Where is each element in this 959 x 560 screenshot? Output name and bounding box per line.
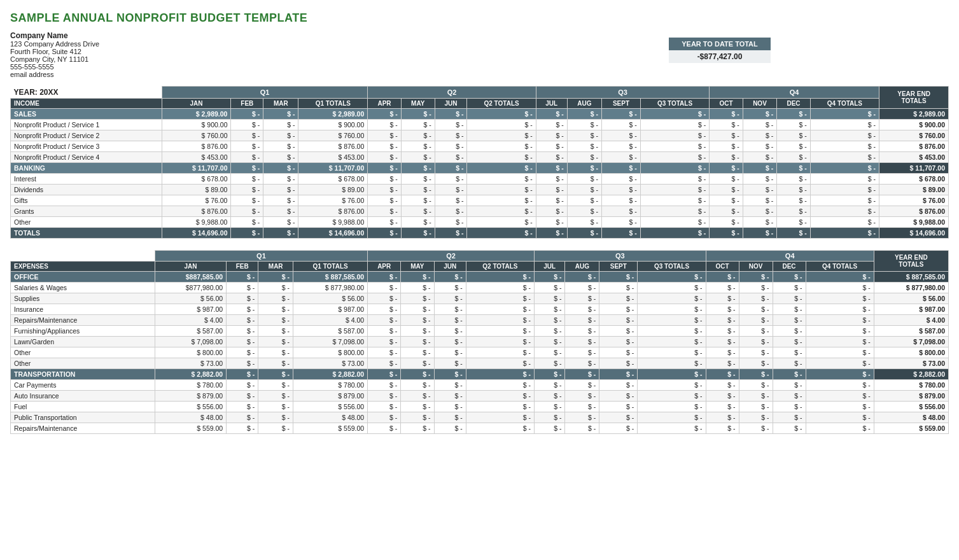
row-cell: $ -: [534, 423, 564, 433]
row-cell: $ -: [466, 314, 534, 325]
row-cell: $ -: [567, 227, 601, 238]
company-email: email address: [10, 71, 99, 78]
row-cell: $ 453.00: [298, 151, 368, 162]
row-cell: $ -: [434, 347, 466, 358]
row-cell: $ -: [466, 325, 534, 336]
row-cell: $ 11,707.00: [298, 162, 368, 173]
row-cell: $ -: [434, 336, 466, 347]
aug-header: AUG: [567, 98, 601, 108]
row-cell: $ -: [368, 119, 402, 130]
row-cell: $ -: [565, 271, 599, 282]
row-cell: $ -: [435, 184, 467, 195]
row-cell: $ -: [773, 412, 806, 423]
row-label: Supplies: [11, 293, 155, 304]
row-cell: $ -: [368, 216, 402, 227]
row-cell: $ -: [777, 206, 811, 216]
row-cell: $ -: [777, 119, 811, 130]
row-cell: $ -: [739, 271, 773, 282]
table-row: Public Transportation$ 48.00$ -$ -$ 48.0…: [11, 412, 949, 423]
year-end-cell: $ 73.00: [874, 358, 948, 368]
row-cell: $ 11,707.00: [162, 162, 231, 173]
table-row: Nonprofit Product / Service 1$ 900.00$ -…: [11, 119, 949, 130]
row-cell: $ -: [599, 423, 638, 433]
year-label: YEAR: 20XX: [11, 87, 162, 99]
row-cell: $ -: [466, 336, 534, 347]
table-row: Furnishing/Appliances$ 587.00$ -$ -$ 587…: [11, 325, 949, 336]
row-cell: $ -: [739, 336, 773, 347]
row-cell: $ -: [640, 184, 709, 195]
row-cell: $ -: [536, 227, 567, 238]
row-cell: $ -: [368, 412, 401, 423]
row-cell: $ -: [258, 423, 293, 433]
page-container: SAMPLE ANNUAL NONPROFIT BUDGET TEMPLATE …: [10, 11, 949, 434]
row-cell: $ 2,882.00: [293, 368, 368, 379]
q2-header: Q2: [368, 87, 536, 99]
row-cell: $ -: [710, 141, 743, 151]
row-cell: $ -: [435, 216, 467, 227]
row-cell: $ -: [640, 227, 709, 238]
row-cell: $ 14,696.00: [162, 227, 231, 238]
row-cell: $ -: [227, 368, 258, 379]
row-cell: $ -: [706, 379, 739, 390]
row-cell: $ 800.00: [293, 347, 368, 358]
row-cell: $ -: [638, 423, 706, 433]
row-label: Other: [11, 358, 155, 368]
table-row: Car Payments$ 780.00$ -$ -$ 780.00$ -$ -…: [11, 379, 949, 390]
row-cell: $ -: [602, 162, 641, 173]
row-cell: $ -: [706, 282, 739, 293]
row-cell: $ -: [599, 401, 638, 412]
row-cell: $ -: [565, 325, 599, 336]
row-cell: $ -: [777, 130, 811, 141]
row-cell: $ -: [567, 195, 601, 206]
may-header: MAY: [401, 98, 435, 108]
row-cell: $ -: [227, 379, 258, 390]
row-cell: $ -: [806, 314, 874, 325]
row-cell: $ -: [401, 293, 434, 304]
row-cell: $ -: [401, 282, 434, 293]
year-end-cell: $ 89.00: [879, 184, 949, 195]
row-cell: $ -: [640, 108, 709, 119]
row-cell: $ -: [434, 412, 466, 423]
row-cell: $ -: [434, 282, 466, 293]
row-cell: $ 56.00: [155, 293, 226, 304]
row-cell: $ -: [401, 423, 434, 433]
row-cell: $ -: [773, 325, 806, 336]
row-cell: $ -: [263, 141, 298, 151]
row-cell: $ -: [227, 390, 258, 401]
row-cell: $ -: [534, 304, 564, 314]
row-cell: $ 678.00: [162, 173, 231, 184]
apr-header: APR: [368, 98, 402, 108]
company-address1: 123 Company Address Drive: [10, 40, 99, 48]
row-cell: $ -: [806, 412, 874, 423]
row-cell: $ -: [368, 368, 401, 379]
row-cell: $ -: [599, 271, 638, 282]
row-label: Fuel: [11, 401, 155, 412]
year-end-cell: $ 587.00: [874, 325, 948, 336]
row-cell: $ -: [368, 336, 401, 347]
feb-header: FEB: [231, 98, 263, 108]
page-title: SAMPLE ANNUAL NONPROFIT BUDGET TEMPLATE: [10, 11, 949, 25]
row-cell: $ -: [640, 195, 709, 206]
row-cell: $ 9,988.00: [298, 216, 368, 227]
row-cell: $ -: [739, 347, 773, 358]
year-end-cell: $ 2,989.00: [879, 108, 949, 119]
row-cell: $ -: [565, 282, 599, 293]
row-cell: $ -: [706, 423, 739, 433]
row-cell: $ -: [231, 162, 263, 173]
row-cell: $ -: [773, 423, 806, 433]
row-cell: $ 89.00: [298, 184, 368, 195]
row-cell: $ -: [777, 227, 811, 238]
row-cell: $ 4.00: [155, 314, 226, 325]
company-phone: 555-555-5555: [10, 63, 99, 71]
row-cell: $ -: [567, 108, 601, 119]
row-cell: $ -: [773, 304, 806, 314]
row-cell: $ -: [640, 130, 709, 141]
expenses-col-header: EXPENSES: [11, 261, 155, 271]
row-cell: $ -: [638, 325, 706, 336]
row-cell: $ 900.00: [298, 119, 368, 130]
row-cell: $ -: [231, 206, 263, 216]
row-cell: $ -: [743, 195, 776, 206]
row-cell: $ -: [743, 141, 776, 151]
row-cell: $ -: [401, 304, 434, 314]
row-cell: $ -: [466, 358, 534, 368]
